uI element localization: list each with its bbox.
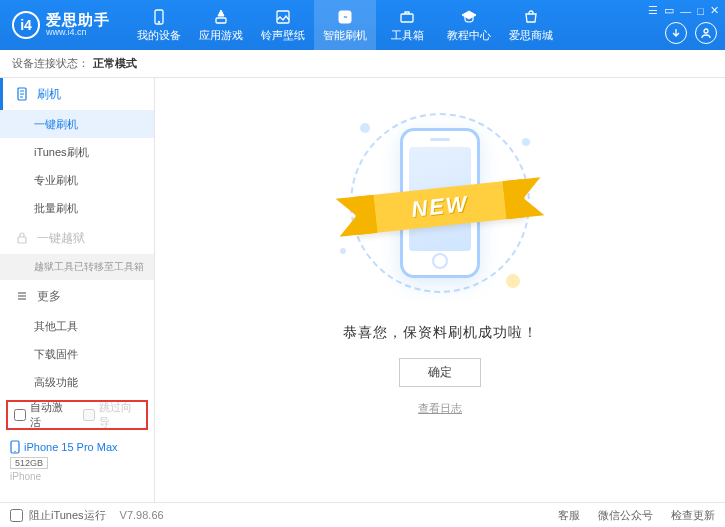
main-content: NEW 恭喜您，保资料刷机成功啦！ 确定 查看日志 <box>155 78 725 502</box>
sidebar: 刷机 一键刷机 iTunes刷机 专业刷机 批量刷机 一键越狱 越狱工具已转移至… <box>0 78 155 502</box>
sidebar-item-one-click-flash[interactable]: 一键刷机 <box>0 110 154 138</box>
graduation-icon <box>460 8 478 26</box>
svg-rect-2 <box>216 18 226 23</box>
sidebar-item-batch-flash[interactable]: 批量刷机 <box>0 194 154 222</box>
nav-tutorials[interactable]: 教程中心 <box>438 0 500 50</box>
sidebar-item-download-firmware[interactable]: 下载固件 <box>0 340 154 368</box>
checkbox-block-itunes[interactable]: 阻止iTunes运行 <box>10 508 106 523</box>
close-icon[interactable]: ✕ <box>710 4 719 17</box>
highlight-options-box: 自动激活 跳过向导 <box>6 400 148 430</box>
phone-icon <box>150 8 168 26</box>
device-phone-icon <box>10 440 20 454</box>
skin-icon[interactable]: ▭ <box>664 4 674 17</box>
device-info: iPhone 15 Pro Max 512GB iPhone <box>0 434 154 488</box>
sidebar-item-itunes-flash[interactable]: iTunes刷机 <box>0 138 154 166</box>
wallpaper-icon <box>274 8 292 26</box>
sidebar-section-flash[interactable]: 刷机 <box>0 78 154 110</box>
app-subtitle: www.i4.cn <box>46 28 110 38</box>
sidebar-section-jailbreak: 一键越狱 <box>0 222 154 254</box>
footer: 阻止iTunes运行 V7.98.66 客服 微信公众号 检查更新 <box>0 502 725 527</box>
download-button[interactable] <box>665 22 687 44</box>
top-nav: 我的设备 应用游戏 铃声壁纸 智能刷机 工具箱 教程中心 爱思商城 <box>128 0 562 50</box>
nav-my-device[interactable]: 我的设备 <box>128 0 190 50</box>
nav-toolbox[interactable]: 工具箱 <box>376 0 438 50</box>
sidebar-item-pro-flash[interactable]: 专业刷机 <box>0 166 154 194</box>
success-illustration: NEW <box>330 108 550 298</box>
flash-icon <box>336 8 354 26</box>
footer-link-support[interactable]: 客服 <box>558 508 580 523</box>
logo-icon: i4 <box>12 11 40 39</box>
list-icon <box>15 289 29 303</box>
lock-icon <box>15 231 29 245</box>
nav-smart-flash[interactable]: 智能刷机 <box>314 0 376 50</box>
footer-link-update[interactable]: 检查更新 <box>671 508 715 523</box>
svg-point-10 <box>14 451 15 452</box>
ok-button[interactable]: 确定 <box>399 358 481 387</box>
user-button[interactable] <box>695 22 717 44</box>
jailbreak-moved-note: 越狱工具已转移至工具箱 <box>0 254 154 280</box>
svg-point-6 <box>704 29 708 33</box>
minimize-icon[interactable]: — <box>680 5 691 17</box>
sidebar-item-advanced[interactable]: 高级功能 <box>0 368 154 396</box>
titlebar: i4 爱思助手 www.i4.cn 我的设备 应用游戏 铃声壁纸 智能刷机 工具… <box>0 0 725 50</box>
view-log-link[interactable]: 查看日志 <box>418 401 462 416</box>
doc-icon <box>15 87 29 101</box>
footer-link-wechat[interactable]: 微信公众号 <box>598 508 653 523</box>
device-type: iPhone <box>10 471 144 482</box>
nav-apps-games[interactable]: 应用游戏 <box>190 0 252 50</box>
sidebar-section-more[interactable]: 更多 <box>0 280 154 312</box>
checkbox-skip-guide[interactable]: 跳过向导 <box>83 400 140 430</box>
window-controls: ☰ ▭ — □ ✕ <box>648 4 719 17</box>
nav-ringtone-wallpaper[interactable]: 铃声壁纸 <box>252 0 314 50</box>
app-logo: i4 爱思助手 www.i4.cn <box>0 11 110 39</box>
checkbox-auto-activate[interactable]: 自动激活 <box>14 400 71 430</box>
app-title: 爱思助手 <box>46 12 110 29</box>
svg-rect-5 <box>401 14 413 22</box>
menu-icon[interactable]: ☰ <box>648 4 658 17</box>
svg-rect-8 <box>18 237 26 243</box>
version-label: V7.98.66 <box>120 509 164 521</box>
sidebar-item-other-tools[interactable]: 其他工具 <box>0 312 154 340</box>
toolbox-icon <box>398 8 416 26</box>
nav-store[interactable]: 爱思商城 <box>500 0 562 50</box>
success-message: 恭喜您，保资料刷机成功啦！ <box>343 324 538 342</box>
svg-point-1 <box>158 21 160 23</box>
store-icon <box>522 8 540 26</box>
device-storage: 512GB <box>10 457 48 469</box>
device-name[interactable]: iPhone 15 Pro Max <box>10 440 144 454</box>
apps-icon <box>212 8 230 26</box>
device-status-bar: 设备连接状态： 正常模式 <box>0 50 725 78</box>
maximize-icon[interactable]: □ <box>697 5 704 17</box>
device-status-value: 正常模式 <box>93 56 137 71</box>
